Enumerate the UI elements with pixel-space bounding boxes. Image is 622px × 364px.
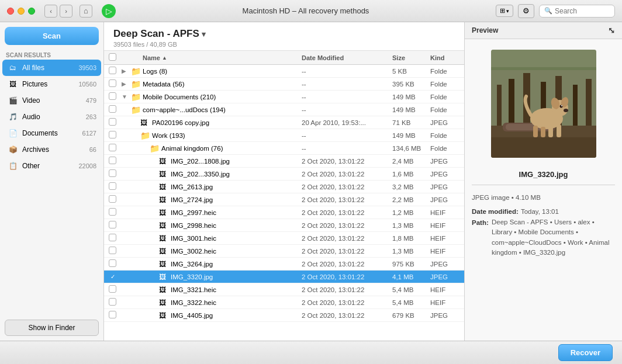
row-name: IMG_3320.jpg [171,273,302,280]
row-checkbox-cell [109,234,122,242]
scan-button[interactable]: Scan [5,27,99,45]
close-button[interactable] [7,8,14,15]
row-checkbox-cell: ✓ [109,273,122,280]
sidebar-count-documents: 6127 [82,130,96,137]
maximize-button[interactable] [28,8,35,15]
row-name: IMG_2997.heic [171,209,302,216]
table-row[interactable]: 🖼 IMG_3322.heic 2 Oct 2020, 13:01:22 5,4… [104,296,464,309]
row-size: 4,1 MB [392,273,430,280]
row-checkbox-cell [109,208,122,217]
row-checkbox[interactable] [109,311,116,318]
sidebar-item-archives[interactable]: 📦 Archives 66 [2,141,101,158]
show-finder-button[interactable]: Show in Finder [5,320,99,336]
row-name: Mobile Documents (210) [143,93,302,100]
header-kind[interactable]: Kind [430,54,459,61]
row-name: IMG_202...1808.jpg [171,158,302,165]
row-checkbox[interactable] [109,195,116,203]
row-expand[interactable]: ▼ [122,93,131,100]
search-input[interactable] [555,7,607,15]
recover-button[interactable]: Recover [558,344,613,361]
row-date: 2 Oct 2020, 13:01:22 [302,299,392,306]
table-row[interactable]: 🖼 IMG_2613.jpg 2 Oct 2020, 13:01:22 3,2 … [104,181,464,193]
row-kind: Folde [430,132,459,139]
sidebar-count-all-files: 39503 [78,64,96,71]
titlebar: ‹ › ⌂ ▷ Macintosh HD – All recovery meth… [0,0,622,22]
sidebar-label-documents: Documents [22,129,79,137]
table-row[interactable]: 🖼 IMG_202...3350.jpg 2 Oct 2020, 13:01:2… [104,168,464,181]
row-checkbox[interactable] [109,92,116,100]
row-expand[interactable]: ▼ [122,106,131,113]
row-expand[interactable]: ▶ [122,81,131,87]
view-toggle-button[interactable]: ⊞ ▾ [496,5,513,17]
row-checkbox[interactable] [109,169,116,177]
row-size: 2,2 MB [392,196,430,203]
table-row[interactable]: 🖼 IMG_3001.heic 2 Oct 2020, 13:01:22 1,8… [104,232,464,245]
row-checkbox[interactable] [109,247,116,254]
header-date[interactable]: Date Modified [302,54,392,61]
select-all-checkbox[interactable] [109,53,116,61]
row-checkbox[interactable] [109,105,116,113]
row-expand[interactable]: ▼ [122,132,140,138]
minimize-button[interactable] [18,8,25,15]
row-checkbox[interactable] [109,118,116,126]
file-icon: 🖼 [159,286,166,294]
file-icon: 🖼 [159,247,166,255]
row-expand[interactable]: ▶ [122,68,131,74]
sidebar-item-documents[interactable]: 📄 Documents 6127 [2,125,101,141]
table-row[interactable]: ▼ 📁 Work (193) -- 149 MB Folde [104,129,464,142]
svg-point-17 [559,105,562,108]
row-checkbox[interactable] [109,234,116,241]
row-checkbox[interactable] [109,79,116,87]
back-button[interactable]: ‹ [44,5,57,18]
preview-expand-icon[interactable]: ⤡ [608,26,615,35]
header-name[interactable]: Name ▲ [143,54,302,61]
filter-button[interactable]: ⚙ [518,4,534,18]
sidebar-item-all-files[interactable]: 🗂 All files 39503 [2,60,101,76]
row-checkbox[interactable] [109,298,116,306]
row-date: 20 Apr 2010, 19:53:... [302,119,392,126]
sidebar-item-pictures[interactable]: 🖼 Pictures 10560 [2,76,101,92]
row-checkbox-cell [109,67,122,75]
table-row[interactable]: ▼ 📁 Mobile Documents (210) -- 149 MB Fol… [104,91,464,103]
row-checkbox[interactable] [109,144,116,151]
table-row[interactable]: 🖼 PA020196 copy.jpg 20 Apr 2010, 19:53:.… [104,116,464,129]
table-row[interactable]: ▶ 📁 Logs (8) -- 5 KB Folde [104,65,464,78]
row-checkbox[interactable] [109,285,116,293]
row-name: com~apple~...udDocs (194) [143,106,302,113]
row-checkbox[interactable] [109,208,116,216]
table-row[interactable]: ✓ 🖼 IMG_3320.jpg 2 Oct 2020, 13:01:22 4,… [104,271,464,283]
row-checkbox[interactable] [109,259,116,267]
sidebar-item-video[interactable]: 🎬 Video 479 [2,92,101,109]
sidebar-item-other[interactable]: 📋 Other 22008 [2,158,101,174]
folder-icon: 📁 [131,105,141,115]
row-expand[interactable]: ▼ [122,145,150,151]
table-row[interactable]: 🖼 IMG_2998.heic 2 Oct 2020, 13:01:22 1,3… [104,219,464,232]
table-row[interactable]: 🖼 IMG_3264.jpg 2 Oct 2020, 13:01:22 975 … [104,258,464,271]
table-row[interactable]: ▼ 📁 Animal kingdom (76) -- 134,6 MB Fold… [104,142,464,155]
row-date: 2 Oct 2020, 13:01:22 [302,286,392,293]
preview-meta: JPEG image • 4.10 MB Date modified: Toda… [465,189,622,261]
sidebar-item-audio[interactable]: 🎵 Audio 263 [2,109,101,125]
header-size[interactable]: Size [392,54,430,61]
row-checkbox[interactable] [109,182,116,190]
row-checkbox[interactable] [109,221,116,228]
row-checkbox-cell [109,157,122,165]
row-checkbox[interactable] [109,157,116,164]
forward-button[interactable]: › [60,5,72,18]
row-checkbox[interactable] [109,67,116,74]
table-row[interactable]: 🖼 IMG_2997.heic 2 Oct 2020, 13:01:22 1,2… [104,206,464,219]
file-icon: 🖼 [159,157,166,165]
home-button[interactable]: ⌂ [80,5,92,18]
table-row[interactable]: 🖼 IMG_202...1808.jpg 2 Oct 2020, 13:01:2… [104,155,464,168]
table-row[interactable]: ▼ 📁 com~apple~...udDocs (194) -- 149 MB … [104,103,464,116]
table-row[interactable]: 🖼 IMG_3002.heic 2 Oct 2020, 13:01:22 1,3… [104,245,464,258]
table-row[interactable]: 🖼 IMG_2724.jpg 2 Oct 2020, 13:01:22 2,2 … [104,193,464,206]
table-row[interactable]: ▶ 📁 Metadata (56) -- 395 KB Folde [104,78,464,91]
dropdown-arrow-icon[interactable]: ▾ [202,30,206,39]
row-checkbox[interactable]: ✓ [109,273,116,280]
row-checkbox[interactable] [109,131,116,138]
bottom-bar: Recover [0,341,622,364]
table-row[interactable]: 🖼 IMG_3321.heic 2 Oct 2020, 13:01:22 5,4… [104,283,464,296]
pictures-icon: 🖼 [7,78,19,90]
table-row[interactable]: 🖼 IMG_4405.jpg 2 Oct 2020, 13:01:22 679 … [104,309,464,322]
